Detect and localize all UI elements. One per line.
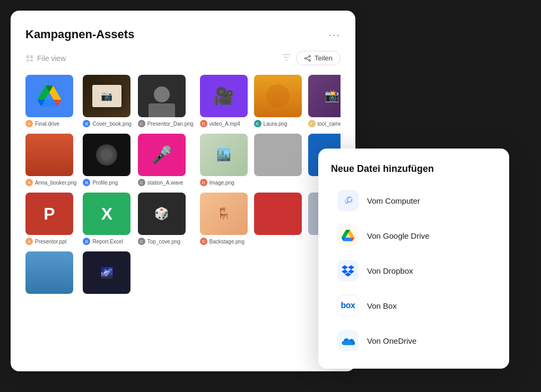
file-thumbnail: 🎤	[138, 134, 186, 176]
onedrive-icon-wrapper	[337, 330, 359, 351]
dropdown-item-gdrive[interactable]: Von Google Drive	[331, 218, 496, 253]
view-selector[interactable]: File view	[25, 54, 66, 63]
file-thumbnail	[83, 134, 130, 176]
file-item[interactable]: X B Report.Excel	[83, 193, 131, 245]
svg-point-9	[309, 59, 311, 61]
file-thumbnail	[25, 251, 73, 294]
file-thumbnail	[25, 134, 73, 176]
file-item[interactable]: 📷 B Cover_book.png	[83, 75, 131, 127]
avatar: A	[25, 179, 33, 186]
file-item[interactable]: 🪑 D Backstage.png	[200, 193, 248, 245]
file-name: Backstage.png	[210, 239, 245, 245]
onedrive-icon	[341, 335, 355, 346]
file-name: Top_cove.png	[147, 239, 180, 245]
dropdown-item-dropbox[interactable]: Von Dropbox	[331, 253, 496, 288]
svg-rect-1	[30, 55, 33, 58]
file-meta: B Report.Excel	[83, 238, 131, 245]
avatar: B	[83, 238, 90, 245]
file-name: Presentor.ppt	[35, 239, 66, 245]
avatar: C	[138, 179, 145, 186]
file-item[interactable]: 🎤 C station_A.wave	[138, 134, 194, 186]
file-name: Final.drive	[35, 121, 59, 127]
file-item[interactable]: 🎥 D video_A.mp4	[200, 75, 248, 127]
file-name: Report.Excel	[92, 239, 123, 245]
file-item[interactable]	[254, 134, 302, 186]
file-thumbnail: P	[25, 193, 73, 235]
file-thumbnail: 🌌	[83, 251, 130, 294]
file-meta: B Profile.png	[83, 179, 131, 186]
svg-rect-0	[27, 55, 29, 58]
avatar: D	[200, 238, 207, 245]
svg-point-7	[309, 55, 311, 57]
dropdown-item-box[interactable]: box Von Box	[331, 288, 496, 323]
file-item[interactable]: B Profile.png	[83, 134, 131, 186]
file-item[interactable]	[254, 193, 302, 245]
file-meta: D video_A.mp4	[200, 120, 248, 127]
file-item[interactable]: 🌌	[83, 251, 131, 294]
file-grid: A Final.drive 📷 B Cover_book.png	[25, 75, 341, 294]
svg-rect-3	[30, 59, 33, 62]
avatar: B	[83, 179, 90, 186]
file-item[interactable]: C Presentor_Dan.png	[138, 75, 194, 127]
dropdown-title: Neue Datei hinzufügen	[331, 163, 496, 175]
toolbar: File view Teilen	[25, 51, 341, 65]
file-item[interactable]: A Anna_booker.png	[25, 134, 76, 186]
computer-label: Vom Computer	[367, 196, 420, 205]
dropdown-item-onedrive[interactable]: Von OneDrive	[331, 323, 496, 358]
file-meta: A Anna_booker.png	[25, 179, 76, 186]
mic-icon: 🎤	[151, 145, 172, 165]
file-item[interactable]: 🎲 C Top_cove.png	[138, 193, 194, 245]
filter-icon[interactable]	[282, 54, 291, 63]
gdrive-icon-wrapper	[337, 225, 359, 246]
file-item[interactable]: P A Presentor.ppt	[25, 193, 76, 245]
file-name: Image.png	[210, 180, 234, 186]
file-item[interactable]: 📸 F tool_camera.png	[308, 75, 341, 127]
dropbox-icon	[342, 265, 354, 276]
share-button[interactable]: Teilen	[296, 51, 341, 65]
onedrive-label: Von OneDrive	[367, 336, 416, 345]
file-meta: C Presentor_Dan.png	[138, 120, 194, 127]
file-name: Profile.png	[92, 180, 118, 186]
avatar: B	[83, 120, 90, 127]
main-panel: Kampagnen-Assets ··· File view	[11, 11, 355, 371]
avatar: D	[200, 179, 207, 186]
file-thumbnail: 🪑	[200, 193, 248, 235]
dropdown-item-computer[interactable]: Vom Computer	[331, 183, 496, 218]
file-name: station_A.wave	[147, 180, 184, 186]
file-thumbnail: 🏙️	[200, 134, 248, 176]
share-icon	[304, 55, 311, 62]
file-thumbnail	[254, 193, 302, 235]
file-thumbnail: 🎲	[138, 193, 186, 235]
file-name: Cover_book.png	[92, 121, 131, 127]
computer-icon-wrapper	[337, 190, 359, 211]
file-item[interactable]: 🏙️ D Image.png	[200, 134, 248, 186]
file-name: video_A.mp4	[210, 121, 240, 127]
file-thumbnail	[25, 75, 73, 117]
computer-icon	[342, 194, 354, 207]
file-thumbnail: 🎥	[200, 75, 248, 117]
more-button[interactable]: ···	[328, 29, 341, 41]
panel-header: Kampagnen-Assets ···	[25, 28, 341, 41]
file-name: tool_camera.png	[318, 121, 341, 127]
file-meta: D Image.png	[200, 179, 248, 186]
file-name: Presentor_Dan.png	[147, 121, 194, 127]
file-item[interactable]: A Final.drive	[25, 75, 76, 127]
dropbox-icon-wrapper	[337, 260, 359, 281]
file-name: Laura.png	[264, 121, 287, 127]
file-thumbnail	[254, 75, 302, 117]
file-name: Anna_booker.png	[35, 180, 76, 186]
page-title: Kampagnen-Assets	[25, 28, 134, 41]
box-label: Von Box	[367, 301, 397, 310]
file-meta: A Presentor.ppt	[25, 238, 76, 245]
file-thumbnail: 📸	[308, 75, 341, 117]
file-meta: C Top_cove.png	[138, 238, 194, 245]
file-thumbnail	[138, 75, 186, 117]
avatar: F	[308, 120, 316, 127]
file-thumbnail: X	[83, 193, 130, 235]
file-item[interactable]	[25, 251, 76, 294]
avatar: C	[138, 120, 145, 127]
avatar: D	[200, 120, 207, 127]
file-thumbnail	[254, 134, 302, 176]
svg-rect-2	[27, 59, 29, 62]
file-item[interactable]: E Laura.png	[254, 75, 302, 127]
